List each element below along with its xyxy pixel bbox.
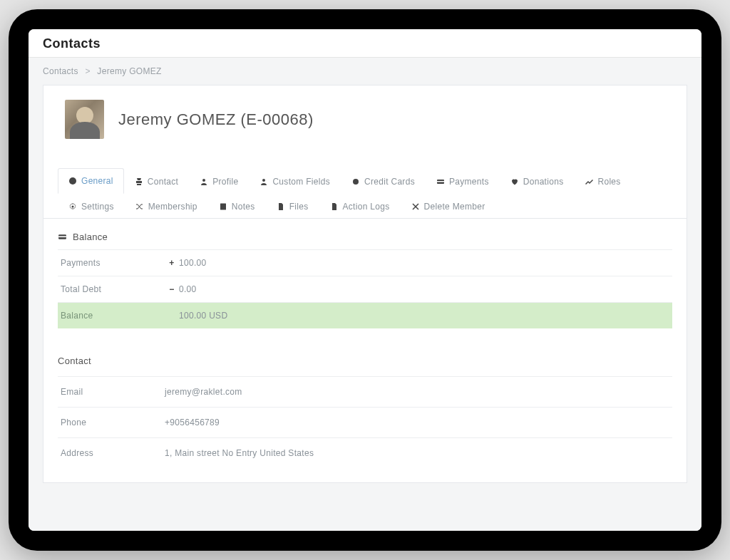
svg-point-2 (262, 179, 265, 182)
balance-balance-value: 100.00 USD (179, 303, 672, 329)
svg-point-0 (69, 177, 76, 185)
gear-icon (68, 202, 77, 211)
disc-icon (351, 177, 360, 186)
balance-totaldebt-value: 0.00 (179, 276, 672, 303)
app-screen: Contacts Contacts > Jeremy GOMEZ Jeremy … (29, 29, 701, 531)
tab-donations[interactable]: Donations (500, 168, 575, 194)
table-row: Address 1, Main street No Entry United S… (58, 438, 672, 469)
tab-label: Notes (232, 202, 255, 212)
profile-header: Jeremy GOMEZ (E-00068) (43, 85, 687, 153)
tab-label: Custom Fields (272, 177, 330, 187)
breadcrumb-separator: > (85, 66, 90, 76)
tab-files[interactable]: Files (266, 194, 319, 219)
minus-icon: − (165, 276, 179, 303)
table-row: Email jeremy@raklet.com (58, 377, 672, 408)
breadcrumb-root-link[interactable]: Contacts (43, 66, 78, 76)
tab-label: Action Logs (343, 202, 390, 212)
breadcrumb: Contacts > Jeremy GOMEZ (29, 58, 701, 85)
contact-address-value: 1, Main street No Entry United States (165, 438, 672, 469)
tab-label: Files (289, 202, 309, 212)
phone-icon (135, 177, 143, 186)
tab-label: Contact (148, 177, 178, 187)
tab-label: Credit Cards (364, 177, 415, 187)
section-title-contact: Contact (58, 356, 672, 373)
balance-balance-label: Balance (58, 303, 165, 329)
tab-label: Profile (212, 177, 238, 187)
plus-icon: + (165, 250, 179, 276)
section-title-text: Balance (73, 232, 108, 242)
avatar (65, 100, 104, 139)
tab-label: Donations (523, 177, 564, 187)
note-icon (219, 202, 227, 211)
svg-rect-7 (220, 204, 226, 210)
tab-bar: General Contact Profile Custom Fields (43, 167, 687, 219)
tab-credit-cards[interactable]: Credit Cards (341, 168, 426, 194)
svg-point-6 (72, 206, 74, 208)
contact-email-value: jeremy@raklet.com (165, 377, 672, 408)
tab-action-logs[interactable]: Action Logs (319, 194, 401, 219)
file-icon (330, 202, 339, 211)
wrench-icon (585, 177, 593, 186)
section-title-text: Contact (58, 356, 91, 366)
shuffle-icon (135, 202, 144, 211)
table-row: Balance 100.00 USD (58, 303, 672, 329)
balance-totaldebt-label: Total Debt (58, 276, 165, 303)
credit-card-icon (58, 232, 67, 242)
contact-address-label: Address (58, 438, 165, 469)
tab-payments[interactable]: Payments (426, 168, 500, 194)
close-icon (411, 202, 420, 211)
tab-label: Roles (597, 177, 620, 187)
content-area: Jeremy GOMEZ (E-00068) General Contact P… (29, 85, 701, 531)
tab-roles[interactable]: Roles (574, 168, 631, 194)
svg-rect-5 (437, 181, 444, 182)
tablet-frame: Contacts Contacts > Jeremy GOMEZ Jeremy … (9, 9, 721, 551)
contact-display-name: Jeremy GOMEZ (E-00068) (118, 110, 314, 129)
breadcrumb-current: Jeremy GOMEZ (97, 66, 161, 76)
tab-label: Membership (148, 202, 197, 212)
tab-membership[interactable]: Membership (125, 194, 208, 219)
file-icon (277, 202, 285, 211)
contact-section: Contact Email jeremy@raklet.com Phone +9… (58, 343, 672, 468)
tab-settings[interactable]: Settings (58, 194, 125, 219)
user-icon (200, 177, 208, 186)
svg-rect-9 (58, 236, 66, 237)
tab-general[interactable]: General (58, 168, 124, 194)
table-row: Payments + 100.00 (58, 250, 672, 276)
contact-email-label: Email (58, 377, 165, 408)
balance-payments-value: 100.00 (179, 250, 672, 276)
balance-section: Balance Payments + 100.00 Total Debt − (58, 219, 672, 328)
heart-icon (510, 177, 519, 186)
tab-label: Payments (449, 177, 489, 187)
balance-table: Payments + 100.00 Total Debt − 0.00 Bala… (58, 249, 672, 328)
tab-label: Delete Member (424, 202, 485, 212)
contact-table: Email jeremy@raklet.com Phone +905645678… (58, 376, 672, 468)
section-title-balance: Balance (58, 232, 672, 249)
contact-phone-label: Phone (58, 408, 165, 438)
tab-profile[interactable]: Profile (189, 168, 249, 194)
contact-phone-value: +9056456789 (165, 408, 672, 438)
tab-delete-member[interactable]: Delete Member (401, 194, 496, 219)
table-row: Total Debt − 0.00 (58, 276, 672, 303)
tab-contact[interactable]: Contact (124, 168, 189, 194)
tab-custom-fields[interactable]: Custom Fields (249, 168, 341, 194)
info-icon (68, 177, 77, 185)
svg-point-3 (353, 179, 359, 185)
page-title: Contacts (29, 29, 701, 58)
contact-card: Jeremy GOMEZ (E-00068) General Contact P… (43, 85, 687, 483)
balance-payments-label: Payments (58, 250, 165, 276)
credit-card-icon (436, 177, 445, 186)
user-icon (259, 177, 268, 186)
tab-label: General (81, 176, 113, 186)
table-row: Phone +9056456789 (58, 408, 672, 438)
svg-point-1 (202, 179, 205, 182)
tab-label: Settings (81, 202, 114, 212)
tab-notes[interactable]: Notes (208, 194, 266, 219)
